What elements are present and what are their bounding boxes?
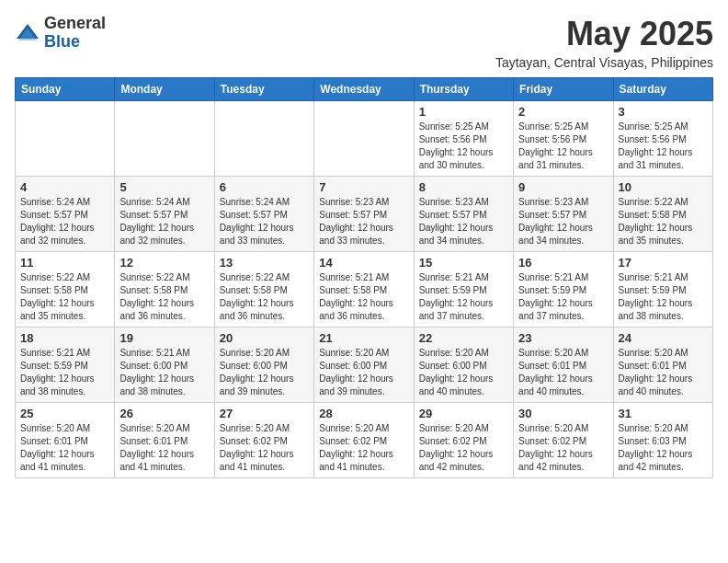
cell-day-number: 12 [119, 256, 209, 270]
cell-day-number: 13 [220, 256, 309, 270]
calendar: SundayMondayTuesdayWednesdayThursdayFrid… [15, 77, 713, 478]
title-block: May 2025 Taytayan, Central Visayas, Phil… [495, 15, 713, 70]
calendar-cell: 3Sunrise: 5:25 AM Sunset: 5:56 PM Daylig… [613, 101, 712, 177]
cell-info: Sunrise: 5:20 AM Sunset: 6:01 PM Dayligh… [619, 347, 708, 398]
location: Taytayan, Central Visayas, Philippines [495, 55, 713, 70]
logo-text: General Blue [44, 15, 106, 52]
week-row-2: 11Sunrise: 5:22 AM Sunset: 5:58 PM Dayli… [16, 252, 713, 327]
cell-info: Sunrise: 5:20 AM Sunset: 6:02 PM Dayligh… [419, 422, 508, 474]
cell-info: Sunrise: 5:23 AM Sunset: 5:57 PM Dayligh… [518, 196, 608, 247]
cell-info: Sunrise: 5:22 AM Sunset: 5:58 PM Dayligh… [20, 271, 109, 323]
cell-info: Sunrise: 5:20 AM Sunset: 6:02 PM Dayligh… [518, 422, 608, 474]
calendar-cell: 14Sunrise: 5:21 AM Sunset: 5:58 PM Dayli… [314, 252, 414, 327]
week-row-1: 4Sunrise: 5:24 AM Sunset: 5:57 PM Daylig… [16, 177, 713, 252]
cell-info: Sunrise: 5:20 AM Sunset: 6:02 PM Dayligh… [319, 422, 408, 474]
calendar-cell: 5Sunrise: 5:24 AM Sunset: 5:57 PM Daylig… [115, 177, 214, 252]
calendar-cell: 1Sunrise: 5:25 AM Sunset: 5:56 PM Daylig… [414, 101, 513, 177]
calendar-cell: 13Sunrise: 5:22 AM Sunset: 5:58 PM Dayli… [214, 252, 313, 327]
cell-info: Sunrise: 5:20 AM Sunset: 6:00 PM Dayligh… [319, 347, 408, 398]
calendar-cell [314, 101, 414, 177]
calendar-body: 1Sunrise: 5:25 AM Sunset: 5:56 PM Daylig… [16, 101, 713, 478]
cell-day-number: 14 [319, 256, 408, 270]
calendar-cell: 19Sunrise: 5:21 AM Sunset: 6:00 PM Dayli… [115, 327, 214, 403]
calendar-cell: 24Sunrise: 5:20 AM Sunset: 6:01 PM Dayli… [613, 327, 712, 403]
cell-day-number: 21 [319, 331, 408, 345]
cell-day-number: 2 [518, 105, 608, 119]
calendar-cell: 6Sunrise: 5:24 AM Sunset: 5:57 PM Daylig… [214, 177, 313, 252]
cell-info: Sunrise: 5:20 AM Sunset: 6:02 PM Dayligh… [220, 422, 309, 474]
calendar-cell: 8Sunrise: 5:23 AM Sunset: 5:57 PM Daylig… [414, 177, 513, 252]
calendar-cell: 20Sunrise: 5:20 AM Sunset: 6:00 PM Dayli… [214, 327, 313, 403]
cell-day-number: 6 [220, 180, 309, 194]
cell-day-number: 3 [619, 105, 708, 119]
cell-info: Sunrise: 5:21 AM Sunset: 5:59 PM Dayligh… [419, 271, 508, 323]
calendar-cell: 17Sunrise: 5:21 AM Sunset: 5:59 PM Dayli… [613, 252, 712, 327]
cell-info: Sunrise: 5:22 AM Sunset: 5:58 PM Dayligh… [220, 271, 309, 323]
cell-info: Sunrise: 5:21 AM Sunset: 5:59 PM Dayligh… [518, 271, 608, 323]
cell-info: Sunrise: 5:20 AM Sunset: 6:00 PM Dayligh… [419, 347, 508, 398]
cell-info: Sunrise: 5:21 AM Sunset: 5:58 PM Dayligh… [319, 271, 408, 323]
header-row: SundayMondayTuesdayWednesdayThursdayFrid… [16, 78, 713, 101]
cell-day-number: 20 [220, 331, 309, 345]
cell-info: Sunrise: 5:20 AM Sunset: 6:01 PM Dayligh… [119, 422, 209, 474]
calendar-cell: 23Sunrise: 5:20 AM Sunset: 6:01 PM Dayli… [514, 327, 613, 403]
cell-day-number: 16 [518, 256, 608, 270]
day-header-wednesday: Wednesday [314, 78, 414, 101]
cell-day-number: 26 [119, 407, 209, 420]
cell-info: Sunrise: 5:22 AM Sunset: 5:58 PM Dayligh… [619, 196, 708, 247]
day-header-thursday: Thursday [414, 78, 513, 101]
calendar-cell: 10Sunrise: 5:22 AM Sunset: 5:58 PM Dayli… [613, 177, 712, 252]
cell-info: Sunrise: 5:21 AM Sunset: 5:59 PM Dayligh… [619, 271, 708, 323]
calendar-cell: 9Sunrise: 5:23 AM Sunset: 5:57 PM Daylig… [514, 177, 613, 252]
cell-day-number: 25 [20, 407, 109, 420]
calendar-header: SundayMondayTuesdayWednesdayThursdayFrid… [16, 78, 713, 101]
cell-info: Sunrise: 5:25 AM Sunset: 5:56 PM Dayligh… [619, 121, 708, 172]
calendar-cell: 7Sunrise: 5:23 AM Sunset: 5:57 PM Daylig… [314, 177, 414, 252]
cell-day-number: 31 [619, 407, 708, 420]
cell-info: Sunrise: 5:20 AM Sunset: 6:01 PM Dayligh… [518, 347, 608, 398]
cell-info: Sunrise: 5:21 AM Sunset: 6:00 PM Dayligh… [119, 347, 209, 398]
day-header-sunday: Sunday [16, 78, 115, 101]
calendar-cell: 12Sunrise: 5:22 AM Sunset: 5:58 PM Dayli… [115, 252, 214, 327]
cell-day-number: 29 [419, 407, 508, 420]
calendar-cell: 4Sunrise: 5:24 AM Sunset: 5:57 PM Daylig… [16, 177, 115, 252]
calendar-cell: 11Sunrise: 5:22 AM Sunset: 5:58 PM Dayli… [16, 252, 115, 327]
calendar-cell: 15Sunrise: 5:21 AM Sunset: 5:59 PM Dayli… [414, 252, 513, 327]
cell-day-number: 15 [419, 256, 508, 270]
week-row-4: 25Sunrise: 5:20 AM Sunset: 6:01 PM Dayli… [16, 403, 713, 478]
logo-blue: Blue [44, 33, 106, 52]
calendar-cell: 31Sunrise: 5:20 AM Sunset: 6:03 PM Dayli… [613, 403, 712, 478]
page-header: General Blue May 2025 Taytayan, Central … [15, 15, 713, 70]
calendar-cell: 22Sunrise: 5:20 AM Sunset: 6:00 PM Dayli… [414, 327, 513, 403]
cell-info: Sunrise: 5:20 AM Sunset: 6:01 PM Dayligh… [20, 422, 109, 474]
cell-day-number: 5 [119, 180, 209, 194]
day-header-monday: Monday [115, 78, 214, 101]
calendar-cell: 28Sunrise: 5:20 AM Sunset: 6:02 PM Dayli… [314, 403, 414, 478]
cell-day-number: 11 [20, 256, 109, 270]
week-row-0: 1Sunrise: 5:25 AM Sunset: 5:56 PM Daylig… [16, 101, 713, 177]
calendar-cell: 27Sunrise: 5:20 AM Sunset: 6:02 PM Dayli… [214, 403, 313, 478]
cell-info: Sunrise: 5:23 AM Sunset: 5:57 PM Dayligh… [319, 196, 408, 247]
calendar-cell: 18Sunrise: 5:21 AM Sunset: 5:59 PM Dayli… [16, 327, 115, 403]
cell-day-number: 28 [319, 407, 408, 420]
calendar-cell: 29Sunrise: 5:20 AM Sunset: 6:02 PM Dayli… [414, 403, 513, 478]
week-row-3: 18Sunrise: 5:21 AM Sunset: 5:59 PM Dayli… [16, 327, 713, 403]
day-header-tuesday: Tuesday [214, 78, 313, 101]
cell-day-number: 24 [619, 331, 708, 345]
cell-day-number: 27 [220, 407, 309, 420]
day-header-saturday: Saturday [613, 78, 712, 101]
day-header-friday: Friday [514, 78, 613, 101]
calendar-cell: 16Sunrise: 5:21 AM Sunset: 5:59 PM Dayli… [514, 252, 613, 327]
calendar-cell [214, 101, 313, 177]
cell-day-number: 9 [518, 180, 608, 194]
cell-day-number: 10 [619, 180, 708, 194]
calendar-cell: 26Sunrise: 5:20 AM Sunset: 6:01 PM Dayli… [115, 403, 214, 478]
cell-day-number: 4 [20, 180, 109, 194]
calendar-cell [115, 101, 214, 177]
calendar-cell: 21Sunrise: 5:20 AM Sunset: 6:00 PM Dayli… [314, 327, 414, 403]
cell-day-number: 1 [419, 105, 508, 119]
cell-day-number: 22 [419, 331, 508, 345]
logo-icon [15, 20, 40, 46]
cell-info: Sunrise: 5:22 AM Sunset: 5:58 PM Dayligh… [119, 271, 209, 323]
calendar-cell [16, 101, 115, 177]
